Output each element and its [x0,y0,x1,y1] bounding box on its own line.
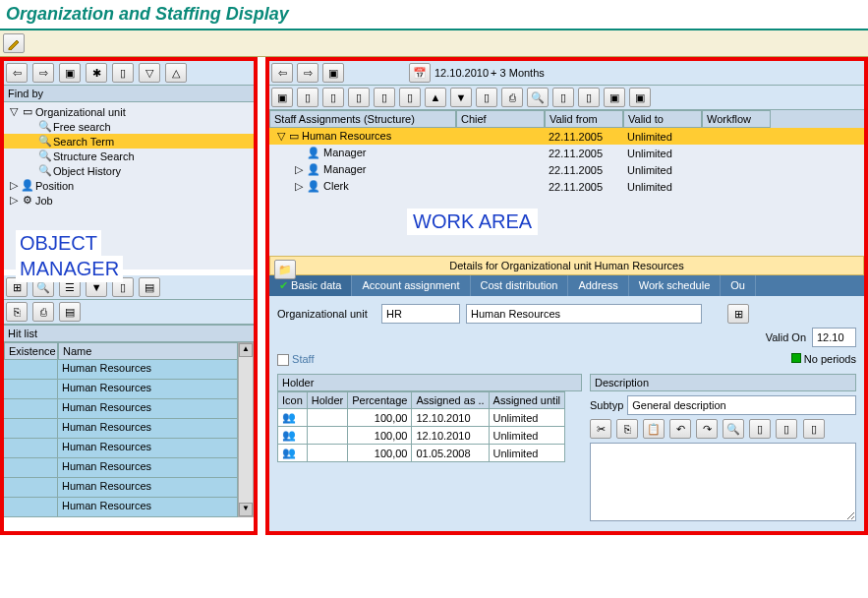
scroll-up-icon[interactable]: ▲ [239,343,253,357]
overlay-work-area-label: WORK AREA [407,209,538,235]
tool-icon[interactable]: ⎘ [6,302,28,322]
tab-address[interactable]: Address [568,275,628,296]
org-unit-code-input[interactable] [381,304,460,324]
tool-icon[interactable]: ▯ [348,88,370,107]
expand-icon[interactable]: ▷ [8,194,20,207]
tool-icon[interactable]: ▣ [322,63,344,83]
tool-icon[interactable]: ⎙ [32,302,54,322]
tool-icon[interactable]: ▣ [59,63,81,83]
tab-cost-distribution[interactable]: Cost distribution [471,275,569,296]
tree-item-object-history[interactable]: 🔍 Object History [4,163,254,178]
back-icon[interactable]: ⇦ [271,63,293,83]
toggle-icon[interactable]: ▷ [295,180,307,193]
tool-icon[interactable]: ▯ [322,88,344,107]
paste-icon[interactable]: 📋 [643,419,665,439]
description-textarea[interactable] [590,443,856,521]
expand-icon[interactable]: ▽ [139,63,160,83]
column-icon[interactable]: Icon [278,392,308,409]
up-icon[interactable]: ▲ [425,88,446,107]
pencil-icon[interactable] [3,33,25,53]
table-row[interactable]: 👥100,0001.05.2008Unlimited [278,445,565,462]
table-row[interactable]: Human Resources [4,399,238,419]
tool-icon[interactable]: ▣ [604,88,625,107]
tree-node-job[interactable]: ▷ ⚙ Job [4,193,254,208]
table-row[interactable]: Human Resources [4,458,238,478]
collapse-icon[interactable]: ▽ [8,105,20,118]
toggle-icon[interactable]: ▽ [277,130,289,143]
print-icon[interactable]: ⎙ [501,88,523,107]
tool-icon[interactable]: ▣ [629,88,651,107]
org-unit-name-input[interactable] [466,304,702,324]
scrollbar[interactable]: ▲ ▼ [238,342,254,517]
assign-icon[interactable]: ⊞ [727,304,749,324]
tool-icon[interactable]: ▤ [139,277,160,297]
table-row[interactable]: Human Resources [4,360,238,380]
tool-icon[interactable]: ▯ [803,419,825,439]
tab-account-assignment[interactable]: Account assignment [352,275,470,296]
column-existence[interactable]: Existence [4,342,58,360]
tool-icon[interactable]: ▤ [59,302,81,322]
subtyp-input[interactable] [627,395,856,415]
column-valid-from[interactable]: Valid from [545,110,623,128]
column-valid-to[interactable]: Valid to [623,110,702,128]
table-row[interactable]: Human Resources [4,439,238,458]
tool-icon[interactable]: ▯ [476,88,497,107]
structure-row[interactable]: ▷👤 Clerk22.11.2005Unlimited [269,178,864,195]
down-icon[interactable]: ▼ [450,88,472,107]
tool-icon[interactable]: ▯ [578,88,600,107]
collapse-icon[interactable]: △ [165,63,187,83]
column-chief[interactable]: Chief [456,110,545,128]
find-icon[interactable]: 🔍 [723,419,744,439]
date-value: 12.10.2010 [434,67,489,79]
tool-icon[interactable]: ▯ [749,419,771,439]
structure-row[interactable]: 👤 Manager22.11.2005Unlimited [269,145,864,161]
valid-on-input[interactable] [812,328,856,347]
column-holder[interactable]: Holder [307,392,347,409]
copy-icon[interactable]: ⎘ [616,419,638,439]
tool-icon[interactable]: ▯ [297,88,318,107]
tool-icon[interactable]: ▣ [271,88,293,107]
forward-icon[interactable]: ⇨ [32,63,54,83]
column-staff-assignments[interactable]: Staff Assignments (Structure) [269,110,456,128]
table-row[interactable]: 👥100,0012.10.2010Unlimited [278,409,565,427]
column-workflow[interactable]: Workflow [702,110,771,128]
tool-icon[interactable]: ▯ [552,88,574,107]
tab-more[interactable]: Ou [721,275,756,296]
staff-checkbox[interactable] [277,354,289,366]
column-assigned-as[interactable]: Assigned as .. [412,392,489,409]
assigned-as-cell: 12.10.2010 [412,427,489,445]
scroll-down-icon[interactable]: ▼ [239,503,253,516]
table-row[interactable]: Human Resources [4,419,238,439]
forward-icon[interactable]: ⇨ [297,63,318,83]
back-icon[interactable]: ⇦ [6,63,28,83]
tree-node-org-unit[interactable]: ▽ ▭ Organizational unit [4,104,254,119]
tree-item-structure-search[interactable]: 🔍 Structure Search [4,149,254,163]
column-assigned-until[interactable]: Assigned until [489,392,565,409]
toggle-icon[interactable]: ▷ [295,163,307,176]
redo-icon[interactable]: ↷ [696,419,718,439]
calendar-icon[interactable]: 📅 [409,63,431,83]
table-row[interactable]: Human Resources [4,478,238,498]
tool-icon[interactable]: ▯ [374,88,395,107]
table-row[interactable]: Human Resources [4,498,238,517]
find-icon[interactable]: 🔍 [527,88,549,107]
tool-icon[interactable]: ✱ [86,63,107,83]
tool-icon[interactable]: ▯ [399,88,421,107]
column-name[interactable]: Name [58,342,238,360]
tab-work-schedule[interactable]: Work schedule [629,275,722,296]
structure-row[interactable]: ▽▭ Human Resources22.11.2005Unlimited [269,128,864,145]
tree-item-search-term[interactable]: 🔍 Search Term [4,134,254,149]
column-percentage[interactable]: Percentage [348,392,412,409]
table-row[interactable]: 👥100,0012.10.2010Unlimited [278,427,565,445]
table-row[interactable]: Human Resources [4,380,238,399]
main-toolbar [0,30,868,57]
cut-icon[interactable]: ✂ [590,419,611,439]
folder-icon[interactable]: 📁 [274,260,296,279]
tree-node-position[interactable]: ▷ 👤 Position [4,178,254,193]
tree-item-free-search[interactable]: 🔍 Free search [4,119,254,134]
tool-icon[interactable]: ▯ [112,63,134,83]
tool-icon[interactable]: ▯ [776,419,797,439]
expand-icon[interactable]: ▷ [8,179,20,192]
structure-row[interactable]: ▷👤 Manager22.11.2005Unlimited [269,161,864,178]
undo-icon[interactable]: ↶ [669,419,691,439]
